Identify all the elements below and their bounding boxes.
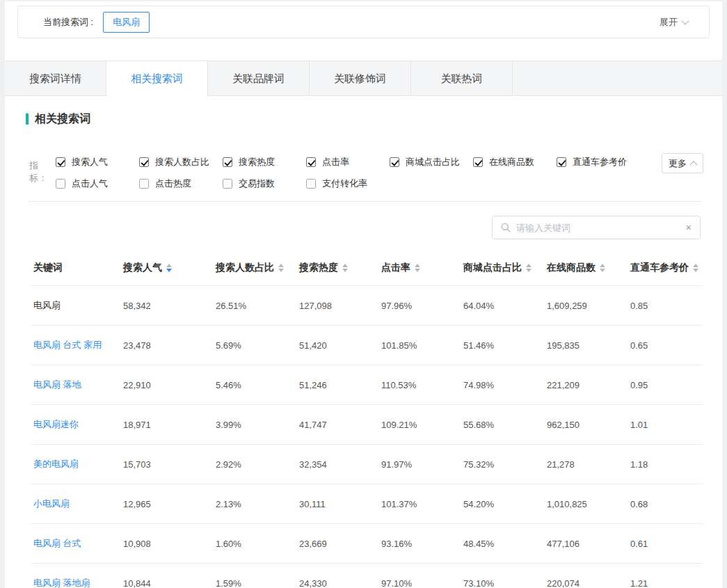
- column-header-label: 商城点击占比: [463, 262, 522, 273]
- value-cell: 51,420: [297, 326, 379, 365]
- checkbox-unchecked-icon[interactable]: [306, 179, 316, 189]
- value-cell: 58,342: [121, 286, 214, 326]
- value-cell: 51.46%: [461, 326, 545, 365]
- metric-checkbox-item[interactable]: 支付转化率: [306, 177, 390, 190]
- tab-search-term-detail[interactable]: 搜索词详情: [5, 61, 106, 95]
- keyword-link[interactable]: 美的电风扇: [31, 445, 121, 484]
- checkbox-checked-icon[interactable]: [557, 157, 566, 167]
- value-cell: 1.59%: [214, 564, 297, 588]
- metric-label: 商城点击占比: [406, 156, 460, 168]
- checkbox-unchecked-icon[interactable]: [56, 179, 65, 189]
- value-cell: 75.32%: [461, 445, 545, 484]
- column-header-label: 关键词: [33, 262, 63, 273]
- column-header[interactable]: 搜索人数占比: [214, 255, 297, 286]
- sort-icon[interactable]: [415, 264, 420, 272]
- metric-checkbox-item[interactable]: 交易指数: [223, 177, 306, 190]
- value-cell: 22,910: [121, 365, 214, 405]
- metric-label: 交易指数: [239, 177, 275, 190]
- keyword-link[interactable]: 小电风扇: [31, 484, 121, 524]
- value-cell: 477,106: [545, 524, 628, 564]
- value-cell: 91.97%: [379, 445, 461, 484]
- table-row: 美的电风扇15,7032.92%32,35491.97%75.32%21,278…: [31, 445, 703, 484]
- tab-related-hot-terms[interactable]: 关联热词: [411, 61, 513, 95]
- metric-checkbox-item[interactable]: 在线商品数: [473, 156, 557, 168]
- column-header-label: 直通车参考价: [630, 262, 689, 273]
- section-header: 相关搜索词: [26, 112, 722, 126]
- clear-icon[interactable]: ×: [682, 222, 692, 233]
- value-cell: 55.68%: [461, 405, 545, 445]
- value-cell: 101.85%: [379, 326, 461, 365]
- value-cell: 93.16%: [379, 524, 461, 564]
- checkbox-checked-icon[interactable]: [306, 157, 316, 167]
- tab-related-modifier-terms[interactable]: 关联修饰词: [310, 61, 411, 95]
- keyword-link[interactable]: 电风扇 落地: [31, 365, 121, 405]
- column-header-label: 搜索人数占比: [216, 262, 274, 273]
- divider: [29, 201, 701, 202]
- keyword-search-box: ×: [492, 216, 701, 239]
- column-header[interactable]: 搜索人气: [121, 255, 214, 286]
- table-row: 小电风扇12,9652.13%30,111101.37%54.20%1,010,…: [31, 484, 703, 524]
- metric-checkbox-item[interactable]: 搜索人气: [56, 156, 139, 168]
- table-row: 电风扇 落地扇10,8441.59%24,33097.10%73.10%220,…: [31, 564, 703, 588]
- value-cell: 127,098: [297, 286, 379, 326]
- sort-icon[interactable]: [693, 264, 698, 272]
- value-cell: 51,246: [297, 365, 379, 405]
- metric-checkbox-item[interactable]: 点击率: [306, 156, 390, 168]
- sort-icon[interactable]: [278, 264, 284, 272]
- metric-checkbox-item[interactable]: 直通车参考价: [557, 156, 640, 168]
- current-search-term-bar: 当前搜索词 : 电风扇 展开: [17, 6, 710, 38]
- metric-checkbox-item[interactable]: 商城点击占比: [390, 156, 473, 168]
- metric-label: 点击热度: [155, 177, 191, 190]
- sort-icon[interactable]: [600, 264, 605, 272]
- table-row: 电风扇 台式 家用23,4785.69%51,420101.85%51.46%1…: [31, 326, 703, 365]
- checkbox-checked-icon[interactable]: [473, 157, 483, 167]
- related-search-terms-table: 关键词搜索人气搜索人数占比搜索热度点击率商城点击占比在线商品数直通车参考价 电风…: [31, 255, 703, 588]
- value-cell: 101.37%: [379, 484, 461, 524]
- current-search-term-label: 当前搜索词 :: [43, 16, 93, 29]
- keyword-link[interactable]: 电风扇迷你: [31, 405, 121, 445]
- metrics-row2: 点击人气点击热度交易指数支付转化率: [56, 177, 703, 190]
- checkbox-checked-icon[interactable]: [390, 157, 399, 167]
- metric-checkbox-item[interactable]: 搜索人数占比: [139, 156, 223, 168]
- column-header[interactable]: 商城点击占比: [461, 255, 545, 286]
- checkbox-checked-icon[interactable]: [56, 157, 65, 167]
- value-cell: 74.98%: [461, 365, 545, 405]
- column-header[interactable]: 在线商品数: [545, 255, 628, 286]
- value-cell: 2.13%: [214, 484, 297, 524]
- column-header[interactable]: 搜索热度: [297, 255, 379, 286]
- keyword-search-input[interactable]: [516, 223, 682, 233]
- metric-label: 点击率: [322, 156, 349, 168]
- metric-checkbox-item[interactable]: 搜索热度: [223, 156, 306, 168]
- checkbox-unchecked-icon[interactable]: [139, 179, 149, 189]
- chevron-down-icon: [681, 17, 689, 24]
- metric-checkbox-item[interactable]: 点击人气: [56, 177, 139, 190]
- column-header[interactable]: 点击率: [379, 255, 461, 286]
- value-cell: 109.21%: [379, 405, 461, 445]
- keyword-link[interactable]: 电风扇 台式: [31, 524, 121, 564]
- more-button[interactable]: 更多: [662, 153, 703, 173]
- search-row: ×: [5, 216, 701, 239]
- tab-related-brand-terms[interactable]: 关联品牌词: [208, 61, 310, 95]
- sort-icon[interactable]: [526, 264, 532, 272]
- value-cell: 5.69%: [214, 326, 297, 365]
- column-header-label: 搜索热度: [299, 262, 338, 273]
- metric-label: 支付转化率: [322, 177, 367, 190]
- current-search-term-tag[interactable]: 电风扇: [103, 12, 150, 33]
- value-cell: 30,111: [297, 484, 379, 524]
- checkbox-unchecked-icon[interactable]: [223, 179, 232, 189]
- sort-icon[interactable]: [166, 264, 172, 272]
- table-header-row: 关键词搜索人气搜索人数占比搜索热度点击率商城点击占比在线商品数直通车参考价: [31, 255, 703, 286]
- sort-icon[interactable]: [342, 264, 348, 272]
- value-cell: 24,330: [297, 564, 379, 588]
- metrics-checkbox-grid: 搜索人气搜索人数占比搜索热度点击率商城点击占比在线商品数直通车参考价点击人气点击…: [56, 156, 703, 199]
- column-header[interactable]: 直通车参考价: [628, 255, 703, 286]
- keyword-link[interactable]: 电风扇 落地扇: [31, 564, 121, 588]
- tab-related-search-terms[interactable]: 相关搜索词: [106, 61, 208, 95]
- content-panel: 相关搜索词 指标： 搜索人气搜索人数占比搜索热度点击率商城点击占比在线商品数直通…: [5, 112, 722, 588]
- value-cell: 221,209: [545, 365, 628, 405]
- metric-checkbox-item[interactable]: 点击热度: [139, 177, 223, 190]
- expand-toggle[interactable]: 展开: [660, 16, 688, 29]
- checkbox-checked-icon[interactable]: [223, 157, 232, 167]
- checkbox-checked-icon[interactable]: [139, 157, 149, 167]
- keyword-link[interactable]: 电风扇 台式 家用: [31, 326, 121, 365]
